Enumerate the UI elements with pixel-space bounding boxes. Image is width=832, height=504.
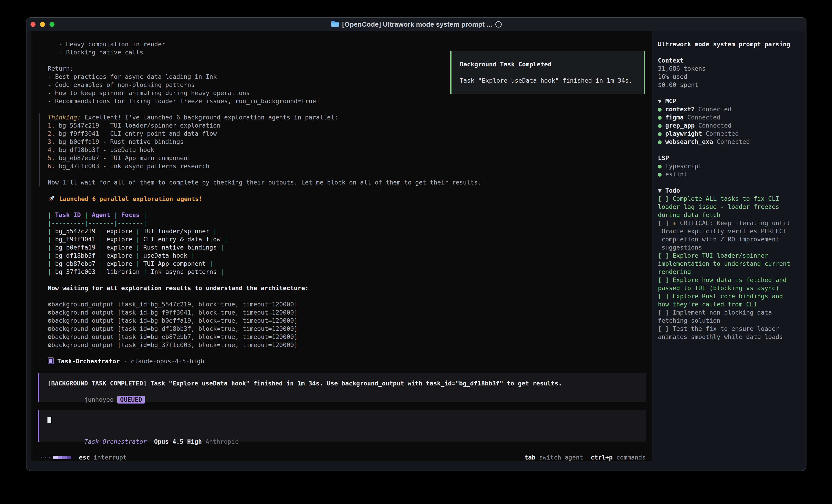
terminal-window: [OpenCode] Ultrawork mode system prompt … [26, 17, 806, 471]
mcp-item: ● playwright Connected [658, 130, 802, 138]
todo-item: [ ] Explore how data is fetched and [658, 276, 802, 284]
model-label[interactable]: Opus 4.5 High [154, 438, 202, 445]
sidebar-line [658, 146, 802, 154]
sidebar-sections: Ultrawork mode system prompt parsing Con… [658, 40, 802, 341]
lsp-item: ● typescript [658, 162, 802, 170]
todo-item: suggestions [658, 244, 802, 252]
queued-message-text: [BACKGROUND TASK COMPLETED] Task "Explor… [48, 380, 562, 387]
terminal-line [38, 170, 652, 178]
window-title: [OpenCode] Ultrawork mode system prompt … [342, 21, 492, 28]
prompt-input[interactable]: Task-Orchestrator Opus 4.5 High Anthropi… [38, 410, 646, 442]
context-tokens: 31,686 tokens [658, 64, 802, 73]
active-agent-label[interactable]: Task-Orchestrator [84, 438, 147, 445]
todo-item: rendering [658, 268, 802, 276]
sidebar-line [658, 48, 802, 56]
mcp-item: ● figma Connected [658, 113, 802, 121]
proxy-icon [495, 21, 502, 28]
app-version-footer: ● OpenCode 1.0.152 [658, 453, 802, 461]
lsp-section-header: LSP [658, 154, 802, 162]
notification-title: Background Task Completed [460, 61, 551, 68]
background-task-notification[interactable]: Background Task Completed Task "Explore … [450, 51, 645, 94]
folder-icon [331, 20, 339, 29]
terminal-line: 3. bg_b0effa19 - Rust native bindings [38, 138, 652, 146]
mcp-item: ● grep_app Connected [658, 121, 802, 130]
todo-item: [ ] Explore TUI loader/spinner [658, 252, 802, 260]
terminal-line: 2. bg_f9ff3041 - CLI entry point and dat… [38, 130, 652, 138]
terminal-line: 1. bg_5547c219 - TUI loader/spinner expl… [38, 121, 652, 130]
todo-item: [ ] Implement non-blocking data [658, 308, 802, 316]
tool-call-line: ⚙background_output [task_id=bg_37f1c003,… [48, 341, 652, 349]
tool-call-line: ⚙background_output [task_id=bg_5547c219,… [48, 300, 652, 308]
text-cursor [48, 417, 51, 423]
table-row: | bg_df18bb3f | explore | useData hook | [48, 252, 652, 260]
context-heading: Context [658, 56, 802, 64]
todo-item: [ ] Test the fix to ensure loader [658, 325, 802, 333]
esc-interrupt-hint[interactable]: esc interrupt [79, 453, 127, 461]
mcp-item: ● websearch_exa Connected [658, 138, 802, 146]
table-row: | bg_5547c219 | explore | TUI loader/spi… [48, 227, 652, 235]
todo-item: how they're called from CLI [658, 300, 802, 308]
table-row: | bg_b0effa19 | explore | Rust native bi… [48, 244, 652, 252]
context-spent: $0.00 spent [658, 81, 802, 89]
launch-announcement: Launched 6 parallel exploration agents! [48, 195, 652, 203]
agent-attribution-line: Task-Orchestrator · claude-opus-4-5-high [48, 357, 652, 365]
todo-item: [ ] ⚠ CRITICAL: Keep iterating until [658, 219, 802, 227]
agent-box-icon [48, 358, 54, 364]
terminal-line [48, 276, 652, 284]
mcp-item: ● context7 Connected [658, 105, 802, 113]
terminal-line: 4. bg_df18bb3f - useData hook [38, 146, 652, 154]
table-header-row: | Task ID | Agent | Focus | [48, 211, 652, 219]
todo-item: loader lag issue - loader freezes [658, 203, 802, 211]
status-badge: QUEUED [118, 396, 145, 403]
sidebar-line [658, 89, 802, 97]
terminal-line: 6. bg_37f1c003 - Ink async patterns rese… [38, 162, 652, 170]
status-bar: esc interrupt tab switch agent ctrl+p co… [41, 453, 646, 461]
todo-item: [ ] Complete ALL tasks to fix CLI [658, 195, 802, 203]
terminal-line: Now I'll wait for all of them to complet… [38, 178, 652, 187]
terminal-line [48, 349, 652, 357]
window-title-group: [OpenCode] Ultrawork mode system prompt … [331, 20, 501, 29]
todo-item: [ ] Explore Rust core bindings and [658, 292, 802, 300]
notification-body: Task "Explore useData hook" finished in … [460, 77, 632, 84]
table-separator-row: |---------|-------|-------| [48, 219, 652, 227]
provider-label: Anthropic [206, 438, 238, 445]
mcp-section-header[interactable]: ▼ MCP [658, 97, 802, 105]
message-author: junhoyeo [84, 396, 114, 403]
todo-item: during data fetch [658, 211, 802, 219]
terminal-line: Thinking: Excellent! I've launched 6 bac… [38, 113, 652, 121]
terminal-line: - Heavy computation in render [48, 40, 652, 48]
table-row: | bg_f9ff3041 | explore | CLI entry & da… [48, 235, 652, 244]
ctrlp-commands-hint[interactable]: ctrl+p commands [591, 453, 646, 461]
zoom-button[interactable] [50, 22, 54, 27]
sidebar-line [658, 178, 802, 187]
queued-message-box: [BACKGROUND TASK COMPLETED] Task "Explor… [38, 373, 646, 402]
tool-call-line: ⚙background_output [task_id=bg_f9ff3041,… [48, 308, 652, 316]
todo-item: animates smoothly while data loads [658, 333, 802, 341]
minimize-button[interactable] [40, 22, 45, 27]
terminal-main-pane: - Heavy computation in render - Blocking… [31, 31, 652, 461]
todo-item: completion with ZERO improvement [658, 235, 802, 244]
terminal-line [48, 292, 652, 300]
todo-item: fetching solution [658, 316, 802, 325]
todo-item: passed to TUI (blocking vs async) [658, 284, 802, 292]
sidebar-title: Ultrawork mode system prompt parsing [658, 40, 802, 48]
todo-item: Oracle explicitly verifies PERFECT [658, 227, 802, 235]
terminal-line [48, 105, 652, 113]
sidebar: Ultrawork mode system prompt parsing Con… [652, 31, 806, 461]
terminal-line [48, 203, 652, 211]
lsp-item: ● eslint [658, 170, 802, 178]
todo-section-header[interactable]: ▼ Todo [658, 187, 802, 195]
tool-call-line: ⚙background_output [task_id=bg_eb87ebb7,… [48, 333, 652, 341]
terminal-line: - Recommendations for fixing loader free… [48, 97, 652, 105]
todo-item: implementation to understand current [658, 260, 802, 268]
titlebar: [OpenCode] Ultrawork mode system prompt … [26, 18, 806, 31]
tool-call-line: ⚙background_output [task_id=bg_b0effa19,… [48, 316, 652, 325]
terminal-line [48, 187, 652, 195]
tab-switch-agent-hint[interactable]: tab switch agent [524, 453, 583, 461]
close-button[interactable] [30, 22, 35, 27]
terminal-line: Now waiting for all exploration results … [48, 284, 652, 292]
terminal-line: 5. bg_eb87ebb7 - TUI App main component [38, 154, 652, 162]
table-row: | bg_37f1c003 | librarian | Ink async pa… [48, 268, 652, 276]
traffic-lights [30, 22, 54, 27]
context-used: 16% used [658, 73, 802, 81]
